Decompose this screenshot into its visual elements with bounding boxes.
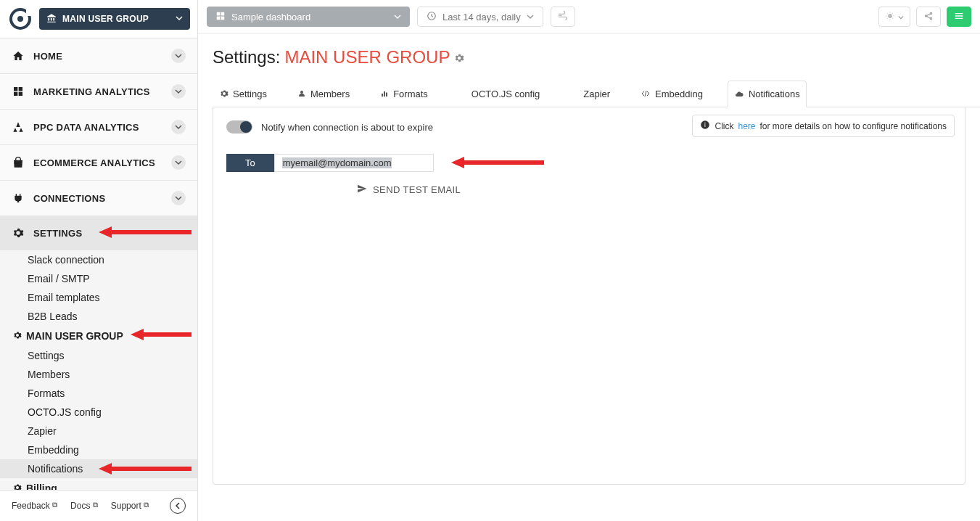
sidebar-item-label: PPC DATA ANALYTICS bbox=[33, 122, 139, 133]
to-email-input[interactable]: myemail@mydomain.com bbox=[274, 154, 434, 172]
tab-formats[interactable]: Formats bbox=[374, 81, 434, 107]
download-icon bbox=[458, 89, 467, 98]
sidebar-item-b2b-leads[interactable]: B2B Leads bbox=[0, 307, 197, 326]
svg-marker-8 bbox=[131, 329, 192, 340]
clock-icon bbox=[427, 11, 437, 23]
shopping-bag-icon bbox=[12, 156, 25, 169]
svg-text:i: i bbox=[705, 122, 707, 128]
sidebar-item-group-formats[interactable]: Formats bbox=[0, 384, 197, 403]
chevron-down-icon[interactable] bbox=[171, 155, 186, 170]
svg-rect-2 bbox=[26, 9, 32, 16]
sidebar-item-label: MARKETING ANALYTICS bbox=[33, 86, 150, 97]
app-logo[interactable] bbox=[7, 6, 33, 32]
sidebar-item-marketing-analytics[interactable]: MARKETING ANALYTICS bbox=[0, 74, 197, 110]
notify-toggle-label: Notify when connection is about to expir… bbox=[261, 122, 433, 133]
sidebar-item-group-members[interactable]: Members bbox=[0, 365, 197, 384]
gear-icon bbox=[12, 226, 25, 239]
gear-icon bbox=[13, 483, 22, 490]
members-icon bbox=[297, 89, 306, 98]
sidebar-item-ecommerce-analytics[interactable]: ECOMMERCE ANALYTICS bbox=[0, 145, 197, 181]
sidebar-item-group-notifications[interactable]: Notifications bbox=[0, 459, 197, 478]
hint-link[interactable]: here bbox=[738, 121, 755, 131]
tabs: Settings Members Formats OCTO.JS config … bbox=[213, 81, 980, 107]
topbar: Sample dashboard Last 14 days, daily bbox=[198, 0, 980, 34]
svg-rect-13 bbox=[221, 16, 225, 20]
chevron-down-icon[interactable] bbox=[171, 49, 186, 63]
annotation-arrow bbox=[99, 225, 193, 239]
sidebar-item-group-embedding[interactable]: Embedding bbox=[0, 440, 197, 459]
svg-point-18 bbox=[930, 17, 931, 19]
date-range-selector[interactable]: Last 14 days, daily bbox=[417, 7, 543, 27]
svg-rect-20 bbox=[382, 94, 383, 97]
hamburger-icon bbox=[953, 10, 965, 24]
annotation-arrow bbox=[99, 461, 193, 476]
group-selector-label: MAIN USER GROUP bbox=[62, 14, 149, 24]
external-link-icon: ⧉ bbox=[93, 501, 98, 509]
svg-rect-22 bbox=[386, 93, 387, 97]
page-title: Settings: MAIN USER GROUP bbox=[213, 47, 980, 67]
theme-button[interactable] bbox=[878, 7, 910, 27]
cloud-icon bbox=[734, 90, 744, 99]
sidebar-item-slack-connection[interactable]: Slack connection bbox=[0, 250, 197, 269]
group-selector[interactable]: MAIN USER GROUP bbox=[39, 8, 190, 30]
tab-notifications[interactable]: Notifications bbox=[728, 81, 807, 107]
menu-button[interactable] bbox=[947, 7, 971, 27]
annotation-arrow bbox=[451, 155, 545, 170]
chevron-down-icon bbox=[176, 14, 183, 24]
date-label: Last 14 days, daily bbox=[442, 12, 521, 22]
sidebar-item-settings[interactable]: SETTINGS bbox=[0, 216, 197, 250]
page-title-group: MAIN USER GROUP bbox=[284, 47, 450, 67]
sidebar-item-email-templates[interactable]: Email templates bbox=[0, 288, 197, 307]
plug-icon bbox=[12, 192, 25, 205]
footer-support-link[interactable]: Support ⧉ bbox=[111, 501, 149, 511]
tab-zapier[interactable]: Zapier bbox=[564, 81, 616, 107]
svg-marker-25 bbox=[451, 157, 544, 168]
sidebar-item-group-settings[interactable]: Settings bbox=[0, 346, 197, 365]
share-button[interactable] bbox=[916, 7, 941, 27]
sidebar-billing-header[interactable]: Billing bbox=[0, 478, 197, 490]
svg-point-17 bbox=[930, 12, 931, 14]
wind-button[interactable] bbox=[551, 7, 575, 27]
hint-box: i Click here for more details on how to … bbox=[692, 115, 955, 137]
sidebar-item-email-smtp[interactable]: Email / SMTP bbox=[0, 269, 197, 288]
chart-icon bbox=[380, 89, 389, 98]
svg-rect-10 bbox=[217, 12, 221, 15]
chevron-down-icon[interactable] bbox=[171, 191, 186, 205]
sidebar-group-header[interactable]: MAIN USER GROUP bbox=[0, 326, 197, 346]
sidebar-item-group-octojs[interactable]: OCTO.JS config bbox=[0, 403, 197, 422]
collapse-sidebar-button[interactable] bbox=[170, 498, 186, 514]
footer-docs-link[interactable]: Docs ⧉ bbox=[70, 501, 98, 511]
svg-rect-6 bbox=[19, 92, 22, 96]
chevron-down-icon bbox=[898, 12, 904, 22]
tab-octojs[interactable]: OCTO.JS config bbox=[453, 81, 545, 107]
svg-point-15 bbox=[888, 14, 892, 18]
wind-icon bbox=[557, 10, 569, 24]
tab-embedding[interactable]: Embedding bbox=[635, 81, 709, 107]
tab-settings[interactable]: Settings bbox=[214, 81, 273, 107]
gear-icon bbox=[13, 330, 22, 342]
sidebar-item-home[interactable]: HOME bbox=[0, 38, 197, 74]
dashboard-icon bbox=[215, 11, 226, 23]
tab-members[interactable]: Members bbox=[292, 81, 355, 107]
svg-rect-3 bbox=[14, 87, 17, 91]
chevron-down-icon[interactable] bbox=[171, 84, 186, 99]
chevron-down-icon bbox=[527, 12, 534, 22]
zapier-icon bbox=[570, 89, 579, 98]
sidebar-item-group-zapier[interactable]: Zapier bbox=[0, 422, 197, 440]
sidebar-item-label: HOME bbox=[33, 51, 62, 62]
chevron-down-icon[interactable] bbox=[171, 120, 186, 134]
send-test-email-button[interactable]: SEND TEST EMAIL bbox=[357, 184, 952, 196]
svg-rect-5 bbox=[14, 92, 17, 96]
gear-icon[interactable] bbox=[454, 47, 464, 67]
sidebar-item-ppc-analytics[interactable]: PPC DATA ANALYTICS bbox=[0, 110, 197, 145]
svg-rect-11 bbox=[221, 12, 225, 15]
sidebar: MAIN USER GROUP HOME MARKETING ANALYTICS… bbox=[0, 0, 198, 521]
home-icon bbox=[12, 49, 25, 62]
footer-feedback-link[interactable]: Feedback ⧉ bbox=[12, 501, 57, 511]
notify-toggle[interactable] bbox=[226, 120, 252, 134]
svg-rect-4 bbox=[19, 87, 22, 91]
svg-point-1 bbox=[17, 16, 23, 22]
dashboard-selector[interactable]: Sample dashboard bbox=[207, 7, 410, 27]
ads-icon bbox=[12, 120, 25, 134]
sidebar-item-connections[interactable]: CONNECTIONS bbox=[0, 181, 197, 216]
